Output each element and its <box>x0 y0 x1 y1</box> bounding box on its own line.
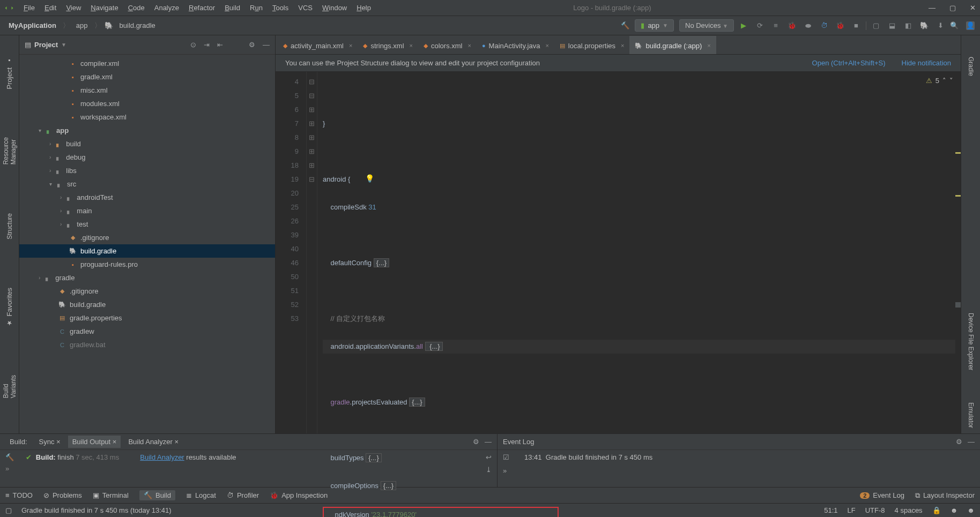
download-icon[interactable]: ⬇ <box>936 21 945 30</box>
tab-todo[interactable]: ≡ TODO <box>5 491 33 499</box>
close-icon[interactable]: × <box>410 42 413 49</box>
editor-tab[interactable]: ▤local.properties× <box>554 36 630 54</box>
crumb-file[interactable]: build.gradle <box>116 20 159 31</box>
crumb-module[interactable]: app <box>73 20 91 31</box>
tab-build-variants[interactable]: Build Variants <box>2 375 17 398</box>
code-editor[interactable]: ⚠ 5 ˄ ˅ 💡 } android { compileSdk 31 defa… <box>317 72 961 433</box>
collapse-icon[interactable]: ⇥ <box>204 41 210 49</box>
apply-changes-icon[interactable]: ⟳ <box>755 21 764 30</box>
crumb-project[interactable]: MyApplication <box>5 20 60 31</box>
editor-tab[interactable]: 🐘build.gradle (:app)× <box>629 36 716 54</box>
tree-row[interactable]: ▾▖app <box>19 124 275 137</box>
tree-row[interactable]: 🐘build.gradle <box>19 298 275 311</box>
gear-icon[interactable]: ⚙ <box>956 438 962 446</box>
tree-arrow-icon[interactable]: ▾ <box>39 128 41 133</box>
tab-device-file-explorer[interactable]: Device File Explorer <box>967 313 975 370</box>
tree-row[interactable]: ›▖debug <box>19 151 275 164</box>
tree-arrow-icon[interactable]: › <box>49 154 51 160</box>
tab-project[interactable]: Project ▪ <box>5 57 13 89</box>
close-icon[interactable]: × <box>56 438 61 446</box>
tab-app-inspection[interactable]: 🐞 App Inspection <box>270 491 328 499</box>
tree-arrow-icon[interactable]: › <box>60 221 62 227</box>
tab-problems[interactable]: ⊘ Problems <box>43 491 82 499</box>
menu-window[interactable]: Window <box>322 4 347 12</box>
status-message-icon[interactable]: ▢ <box>5 506 12 514</box>
hammer-icon[interactable]: 🔨 <box>621 21 629 29</box>
editor-tab[interactable]: ●MainActivity.java× <box>477 36 554 54</box>
build-tab-analyzer[interactable]: Build Analyzer × <box>124 436 183 448</box>
menu-view[interactable]: View <box>66 4 81 12</box>
tree-arrow-icon[interactable]: › <box>60 194 62 200</box>
tab-gradle[interactable]: Gradle <box>967 57 975 76</box>
tab-structure[interactable]: Structure <box>6 213 13 239</box>
run-config-selector[interactable]: ▮ app▼ <box>635 19 674 32</box>
open-project-structure-link[interactable]: Open (Ctrl+Alt+Shift+S) <box>812 59 886 67</box>
menu-vcs[interactable]: VCS <box>298 4 313 12</box>
face-icon[interactable]: ☻ <box>967 506 975 514</box>
tree-row[interactable]: ▪misc.xml <box>19 84 275 97</box>
tree-row[interactable]: ›▖gradle <box>19 271 275 284</box>
coverage-icon[interactable]: ⬬ <box>804 21 812 30</box>
intention-bulb-icon[interactable]: 💡 <box>365 171 374 185</box>
close-icon[interactable]: × <box>707 42 710 49</box>
menu-build[interactable]: Build <box>225 4 240 12</box>
tab-terminal[interactable]: ▣ Terminal <box>93 491 129 499</box>
tab-favorites[interactable]: ★ Favorites <box>5 288 13 327</box>
project-view-title[interactable]: Project <box>34 41 58 49</box>
settings-icon[interactable]: ⚙ <box>249 41 255 49</box>
tab-build[interactable]: 🔨 Build <box>139 490 175 500</box>
device-selector[interactable]: No Devices ▼ <box>679 19 734 32</box>
window-minimize[interactable]: — <box>929 4 936 12</box>
editor-tab[interactable]: ◆strings.xml× <box>358 36 418 54</box>
more-icon[interactable]: » <box>5 464 26 473</box>
tree-row[interactable]: ›▖androidTest <box>19 191 275 204</box>
profile-icon[interactable]: ⏱ <box>820 21 828 30</box>
tab-resource-manager[interactable]: Resource Manager <box>2 137 17 164</box>
menu-file[interactable]: File <box>24 4 35 12</box>
dropdown-icon[interactable]: ▼ <box>61 42 66 48</box>
tab-logcat[interactable]: ≣ Logcat <box>186 491 216 499</box>
close-icon[interactable]: × <box>621 42 624 49</box>
chevron-up-icon[interactable]: ˄ <box>942 74 946 88</box>
locate-file-icon[interactable]: ⊙ <box>190 41 196 49</box>
tree-row[interactable]: ›▖libs <box>19 164 275 177</box>
debug-icon[interactable]: 🐞 <box>788 21 796 30</box>
tree-arrow-icon[interactable]: ▾ <box>49 181 52 187</box>
chevron-down-icon[interactable]: ˅ <box>949 74 953 88</box>
line-number-gutter[interactable]: 456789181920252639404650515253 <box>276 72 307 433</box>
expand-icon[interactable]: ⇤ <box>217 41 223 49</box>
menu-edit[interactable]: Edit <box>44 4 56 12</box>
tree-arrow-icon[interactable]: › <box>49 168 51 174</box>
tab-emulator[interactable]: Emulator <box>967 402 975 428</box>
resource-manager-icon[interactable]: ◧ <box>904 21 912 30</box>
tree-row[interactable]: ›▖main <box>19 204 275 218</box>
avd-manager-icon[interactable]: ▢ <box>872 21 880 30</box>
error-stripe[interactable] <box>955 72 961 433</box>
close-icon[interactable]: × <box>545 42 548 49</box>
tree-arrow-icon[interactable]: › <box>39 275 40 281</box>
menu-refactor[interactable]: Refactor <box>189 4 215 12</box>
hide-panel-icon[interactable]: — <box>263 41 270 49</box>
menu-tools[interactable]: Tools <box>272 4 288 12</box>
hammer-icon[interactable]: 🔨 <box>5 453 26 461</box>
tree-row[interactable]: ▪proguard-rules.pro <box>19 258 275 271</box>
close-icon[interactable]: × <box>467 42 471 49</box>
search-everywhere-icon[interactable]: 🔍 <box>950 21 959 30</box>
editor-tab[interactable]: ◆activity_main.xml× <box>278 36 358 54</box>
menu-help[interactable]: Help <box>357 4 371 12</box>
inspection-indicator[interactable]: ⚠ 5 ˄ ˅ <box>926 74 953 88</box>
menu-code[interactable]: Code <box>128 4 145 12</box>
tree-row[interactable]: ◆.gitignore <box>19 231 275 244</box>
tree-row[interactable]: Cgradlew.bat <box>19 338 275 351</box>
tree-arrow-icon[interactable]: › <box>60 208 62 214</box>
sync-project-icon[interactable]: 🐘 <box>920 21 929 30</box>
close-icon[interactable]: × <box>349 42 352 49</box>
fold-gutter[interactable]: ⊟⊟⊞⊞⊞⊞⊞⊟ <box>307 72 317 433</box>
window-maximize[interactable]: ▢ <box>949 4 956 12</box>
tree-row[interactable]: ▪modules.xml <box>19 97 275 110</box>
apply-code-icon[interactable]: ≡ <box>771 21 780 30</box>
sdk-manager-icon[interactable]: ⬓ <box>888 21 896 30</box>
editor-tab[interactable]: ◆colors.xml× <box>418 36 477 54</box>
close-icon[interactable]: × <box>113 438 117 446</box>
menu-run[interactable]: Run <box>250 4 263 12</box>
